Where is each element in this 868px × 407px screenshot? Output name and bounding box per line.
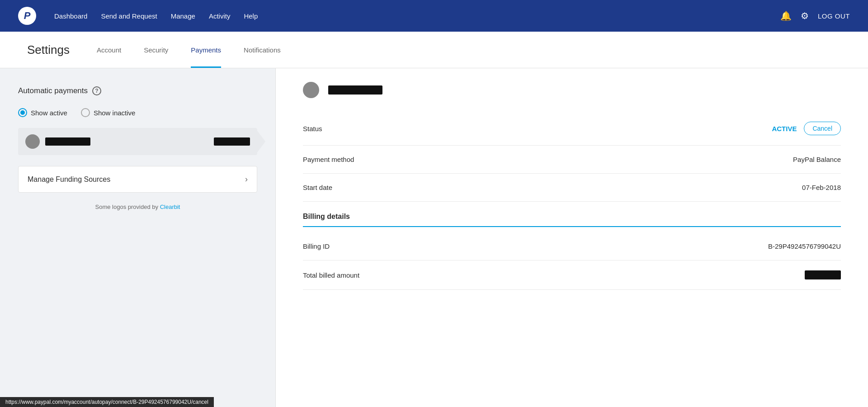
settings-header: Settings Account Security Payments Notif… [0, 32, 868, 68]
start-date-row: Start date 07-Feb-2018 [303, 174, 841, 202]
show-inactive-label: Show inactive [94, 109, 136, 117]
payment-item-row[interactable] [18, 128, 257, 155]
tab-security[interactable]: Security [144, 32, 168, 68]
logo[interactable]: P [18, 7, 36, 25]
merchant-name-placeholder [45, 137, 90, 146]
billing-id-row: Billing ID B-29P4924576799042U [303, 232, 841, 260]
status-value: ACTIVE [772, 125, 797, 133]
notifications-bell-icon[interactable]: 🔔 [780, 10, 792, 21]
settings-gear-icon[interactable]: ⚙ [801, 10, 809, 21]
detail-merchant-logo [303, 82, 319, 98]
show-active-label: Show active [31, 109, 67, 117]
detail-merchant-row [303, 82, 841, 98]
settings-tabs: Account Security Payments Notifications [97, 32, 281, 68]
total-billed-label: Total billed amount [303, 271, 359, 279]
total-amount-placeholder [805, 270, 841, 279]
help-circle-icon[interactable]: ? [92, 86, 101, 95]
right-panel: Status ACTIVE Cancel Payment method PayP… [276, 68, 868, 407]
merchant-logo [25, 134, 40, 149]
merchant-amount-placeholder [214, 137, 250, 146]
left-panel: Automatic payments ? Show active Show in… [0, 68, 276, 407]
clearbit-link[interactable]: Clearbit [160, 204, 180, 210]
status-bar-url: https://www.paypal.com/myaccount/autopay… [5, 399, 208, 405]
logout-button[interactable]: LOG OUT [818, 12, 850, 20]
auto-payments-title: Automatic payments [18, 86, 88, 95]
main-header: P Dashboard Send and Request Manage Acti… [0, 0, 868, 32]
payment-method-value: PayPal Balance [793, 156, 841, 163]
settings-container: Settings Account Security Payments Notif… [0, 32, 868, 68]
status-row-right: ACTIVE Cancel [772, 122, 841, 135]
main-nav: Dashboard Send and Request Manage Activi… [54, 10, 780, 22]
nav-send-request[interactable]: Send and Request [101, 10, 157, 22]
tab-notifications[interactable]: Notifications [244, 32, 281, 68]
main-content: Automatic payments ? Show active Show in… [0, 68, 868, 407]
logos-credit-text: Some logos provided by [95, 204, 160, 210]
nav-activity[interactable]: Activity [209, 10, 231, 22]
cancel-button[interactable]: Cancel [804, 122, 841, 135]
status-bar: https://www.paypal.com/myaccount/autopay… [0, 397, 214, 407]
manage-funding-button[interactable]: Manage Funding Sources › [18, 166, 257, 193]
chevron-right-icon: › [245, 175, 248, 184]
paypal-logo-icon: P [18, 7, 36, 25]
billing-details-divider [303, 226, 841, 227]
show-active-radio[interactable] [18, 108, 27, 117]
show-inactive-option[interactable]: Show inactive [81, 108, 136, 117]
status-label: Status [303, 125, 322, 133]
billing-details-header: Billing details [303, 202, 841, 232]
detail-merchant-name [328, 85, 382, 95]
logos-credit: Some logos provided by Clearbit [18, 204, 257, 210]
settings-title: Settings [27, 43, 70, 57]
billing-id-label: Billing ID [303, 242, 330, 250]
tab-payments[interactable]: Payments [191, 32, 221, 68]
show-inactive-radio[interactable] [81, 108, 90, 117]
total-billed-row: Total billed amount [303, 260, 841, 290]
payment-method-label: Payment method [303, 156, 354, 163]
header-right: 🔔 ⚙ LOG OUT [780, 10, 850, 21]
merchant-right [214, 137, 250, 146]
start-date-label: Start date [303, 184, 332, 191]
nav-manage[interactable]: Manage [171, 10, 195, 22]
radio-group: Show active Show inactive [18, 108, 257, 117]
auto-payments-header: Automatic payments ? [18, 86, 257, 95]
payment-method-row: Payment method PayPal Balance [303, 146, 841, 174]
nav-dashboard[interactable]: Dashboard [54, 10, 87, 22]
nav-help[interactable]: Help [244, 10, 258, 22]
manage-funding-label: Manage Funding Sources [28, 175, 110, 184]
status-row: Status ACTIVE Cancel [303, 112, 841, 146]
start-date-value: 07-Feb-2018 [802, 184, 841, 191]
tab-account[interactable]: Account [97, 32, 121, 68]
billing-id-value: B-29P4924576799042U [768, 242, 841, 250]
billing-details-title: Billing details [303, 213, 841, 221]
show-active-option[interactable]: Show active [18, 108, 67, 117]
